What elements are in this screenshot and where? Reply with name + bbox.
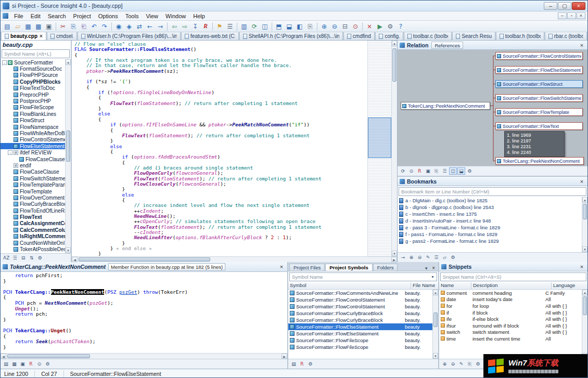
symbol-tree-item[interactable]: CalcAssignmentCol (1, 220, 65, 227)
relation-close-icon[interactable]: × (578, 42, 585, 48)
mdi-minimize-button[interactable]: – (558, 12, 567, 19)
symbol-tree-item[interactable]: FlowSwitchStatemen (1, 175, 65, 181)
menu-help[interactable]: Help (189, 12, 209, 20)
chevron-down-icon[interactable]: ▼ (423, 266, 430, 271)
relation-node-bottom[interactable]: TokerCLang::PeekNextNonComment (495, 157, 584, 165)
mdi-restore-button[interactable]: ▫ (567, 12, 576, 19)
bookmarks-titlebar[interactable]: Bookmarks × (398, 177, 587, 186)
symbol-tree-item[interactable]: FormatSourceDoc (1, 66, 65, 72)
menu-options[interactable]: Options (95, 12, 122, 20)
minimap[interactable] (367, 41, 391, 256)
go-forward-icon[interactable]: ⇨ (180, 22, 190, 31)
symbol-list-scrollbar[interactable]: ▲ ▼ (432, 290, 438, 359)
search-forward-icon[interactable]: → (155, 22, 165, 31)
context-print-icon[interactable]: ▣ (19, 360, 27, 368)
scroll-left-icon[interactable]: ◀ (72, 257, 78, 262)
symbol-tree-item[interactable]: FlowBlankLines (1, 111, 65, 117)
view-list-icon[interactable]: ☰ (11, 254, 19, 262)
symbol-tree-item[interactable]: FlowCaseClause1 (1, 156, 65, 162)
close-button[interactable]: × (572, 2, 585, 10)
snippet-edit-icon[interactable]: ✎ (457, 360, 465, 368)
file-tab-4[interactable]: ShellAPI.h (C:\Program Files (x86)\...\i… (239, 32, 343, 40)
save-icon[interactable]: ▦ (23, 22, 33, 31)
symbol-tree-item[interactable]: CountNonWhiteOnl (1, 240, 65, 246)
undo-icon[interactable]: ↶ (89, 22, 99, 31)
tab-folders[interactable]: Folders (373, 264, 398, 271)
symbol-row[interactable]: SourceFormatter::FlowFileScopebeauty. (288, 337, 432, 344)
expander-icon[interactable]: - (8, 150, 12, 155)
editor-vscrollbar[interactable]: ▲ ▼ (391, 41, 397, 256)
relation-print-icon[interactable]: ▣ (424, 167, 432, 175)
relation-titlebar[interactable]: Relation References × (398, 41, 587, 50)
symbol-tree-item[interactable]: FlowNamespace (1, 124, 65, 130)
chevron-down-icon[interactable]: ▼ (431, 275, 434, 279)
bookmark-add-icon[interactable]: ⊕ (407, 254, 415, 261)
symbol-tree-item[interactable]: CalcCommentColur (1, 227, 65, 233)
symbol-tree-item[interactable]: FlowControlStateme (1, 137, 65, 143)
relation-line-ref[interactable]: 3. line 2231 (507, 144, 562, 150)
play-macro-icon[interactable]: ▶ (375, 22, 385, 31)
bookmark-item[interactable]: g - pass2 - FormatLine - format.c line 1… (398, 238, 582, 244)
file-tab-3[interactable]: features-web.txt (C:\si) (181, 32, 239, 40)
scroll-down-icon[interactable]: ▼ (582, 246, 587, 252)
snippet-delete-icon[interactable]: ⊖ (449, 360, 457, 368)
file-tab-8[interactable]: Search Results (452, 32, 495, 40)
menu-file[interactable]: File (10, 12, 27, 20)
snippets-titlebar[interactable]: Snippets × (439, 262, 587, 271)
symbol-tree-item[interactable]: FlowFileScope (1, 105, 65, 111)
bookmark-item[interactable]: c - InsertChm - insert.c line 1375 (398, 211, 582, 217)
bookmark-folder-icon[interactable]: ▱ (441, 254, 449, 261)
new-file-icon[interactable]: ▤ (2, 22, 12, 31)
menu-search[interactable]: Search (44, 12, 70, 20)
symbol-search-input[interactable]: Symbol Name (Alt+L) (2, 49, 70, 58)
column-file-name[interactable]: File Name (411, 282, 438, 289)
scroll-right-icon[interactable]: ▶ (391, 257, 397, 262)
references-icon[interactable]: R (200, 22, 211, 31)
context-refactor-icon[interactable]: R (27, 360, 35, 368)
relation-mode-button[interactable]: References (431, 42, 463, 49)
relation-view-horizontal-icon[interactable]: ◫ (449, 167, 457, 175)
context-hscrollbar[interactable]: ◀ ▶ (1, 353, 287, 359)
column-symbol[interactable]: Symbol (290, 282, 411, 289)
save-all-icon[interactable]: ▩ (33, 22, 44, 31)
symbol-tree-item[interactable]: -CSourceFormatter (1, 59, 65, 66)
column-name[interactable]: Name (441, 282, 471, 289)
mdi-close-button[interactable]: × (577, 12, 585, 19)
scroll-down-icon[interactable]: ▼ (392, 251, 397, 256)
context-settings-icon[interactable]: ⚙ (44, 360, 52, 368)
symbol-tree-item[interactable]: FlowTemplateParan (1, 181, 65, 188)
relation-lock-icon[interactable]: ⊙ (407, 167, 415, 175)
relation-refresh-icon[interactable]: ⟳ (399, 167, 407, 175)
context-titlebar[interactable]: TokerCLang::PeekNextNonComment Member Fu… (1, 262, 287, 272)
bookmarks-close-icon[interactable]: × (578, 178, 585, 185)
symbol-tree-item[interactable]: FlowCaseClause (1, 169, 65, 175)
snippet-new-icon[interactable]: ⊕ (441, 360, 449, 368)
file-tab-1[interactable]: cmdsel.c (47, 32, 77, 40)
bookmark-item[interactable]: f - pass1 - FormatLine - format.c line 1… (398, 231, 582, 238)
context-window-icon[interactable]: ⬓ (284, 22, 295, 31)
paste-icon[interactable]: ⎗ (79, 22, 89, 31)
bookmarks-scrollbar[interactable]: ▲ ▼ (582, 197, 587, 252)
symbol-tree-item[interactable]: PreprocPHP (1, 92, 65, 98)
split-window-icon[interactable]: ⊟ (340, 22, 350, 31)
symbol-tree-item[interactable]: FlowElseStatement (1, 143, 65, 149)
snippet-insert-icon[interactable]: ⎘ (466, 360, 474, 368)
file-tab-9[interactable]: toolbar.h (toolbox) (496, 32, 544, 40)
context-code[interactable]: return pchFirst;} PCH TokerCLang::PeekNe… (1, 272, 287, 353)
menu-view[interactable]: View (142, 12, 162, 20)
snippet-row[interactable]: dateinsert today's dateAll (439, 296, 582, 303)
symbol-tree-item[interactable]: FlowOverComment (1, 194, 65, 201)
snippets-close-icon[interactable]: × (578, 264, 585, 270)
editor-code[interactable]: // Flow an "else" clauseFLAG SourceForma… (72, 41, 367, 256)
jump-to-definition-icon[interactable]: ↧ (190, 22, 200, 31)
bookmark-view-icon[interactable]: ☰ (432, 254, 440, 261)
relation-node[interactable]: SourceFormatter::FlowElseStatement (495, 66, 583, 74)
maximize-button[interactable]: ▢ (558, 2, 571, 10)
scroll-up-icon[interactable]: ▲ (392, 41, 397, 46)
expander-icon[interactable]: - (2, 60, 7, 65)
symbol-tree-item[interactable]: FlowToEndOfLineRa (1, 207, 65, 214)
file-compare-icon[interactable]: ◫ (260, 22, 270, 31)
relation-window-icon[interactable]: ⬒ (274, 22, 284, 31)
file-tab-6[interactable]: config.c (375, 32, 403, 40)
relation-copy-icon[interactable]: ⎘ (432, 167, 440, 175)
